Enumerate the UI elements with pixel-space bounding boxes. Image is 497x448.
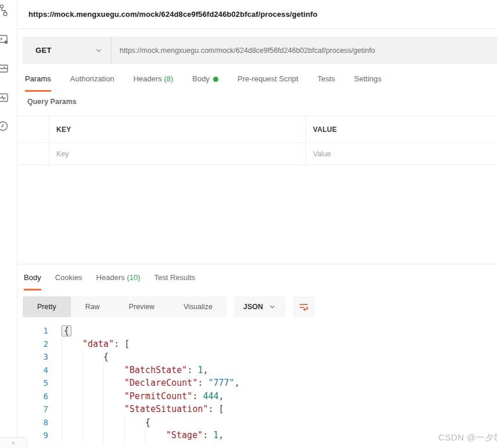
code-token: :	[187, 365, 197, 375]
method-label: GET	[35, 46, 95, 55]
code-token: : [	[114, 339, 129, 349]
request-url-bar: GET https://mock.mengxuegu.com/mock/624d…	[23, 37, 497, 64]
indent-guide	[62, 429, 82, 442]
method-select[interactable]: GET	[23, 37, 111, 64]
table-row	[18, 142, 497, 164]
select-column-header	[18, 116, 49, 142]
indent-guide	[82, 350, 103, 364]
code-line: 2"data": [	[18, 338, 497, 351]
request-title-bar: https://mock.mengxuegu.com/mock/624d8ce9…	[18, 0, 497, 29]
tab-response-cookies[interactable]: Cookies	[55, 273, 82, 291]
request-tabs: Params Authorization Headers (8) Body Pr…	[18, 67, 497, 92]
history-clock-icon[interactable]	[0, 119, 10, 133]
value-column-header: VALUE	[313, 126, 337, 134]
close-icon[interactable]: ×	[11, 439, 16, 447]
response-tabs: Body Cookies Headers (10) Test Results	[18, 267, 497, 291]
code-token: ,	[218, 430, 224, 440]
indent-guide	[62, 338, 82, 351]
code-line: 7"StateSituation": [	[18, 403, 497, 416]
code-token: ,	[203, 365, 208, 375]
line-number: 4	[18, 364, 48, 377]
format-select[interactable]: JSON	[234, 296, 286, 317]
tab-settings[interactable]: Settings	[354, 74, 381, 92]
response-headers-count: (10)	[127, 273, 140, 282]
archive-box-icon[interactable]	[0, 62, 10, 76]
line-number: 2	[18, 338, 48, 351]
indent-guide	[103, 403, 124, 416]
line-number: 1	[18, 324, 48, 338]
line-number: 7	[18, 403, 48, 416]
view-mode-segmented-control: Pretty Raw Preview Visualize	[23, 296, 227, 317]
table-header-row: KEY VALUE	[18, 116, 497, 142]
tab-headers[interactable]: Headers (8)	[134, 74, 174, 92]
indent-guide	[62, 350, 82, 364]
code-token: :	[203, 430, 213, 440]
line-number: 8	[18, 416, 48, 429]
wrap-text-icon	[298, 301, 309, 313]
chevron-down-icon	[268, 303, 276, 311]
query-params-table: KEY VALUE	[18, 116, 497, 165]
wrap-text-button[interactable]	[293, 296, 315, 317]
tab-response-headers[interactable]: Headers (10)	[96, 273, 141, 291]
code-token: "Stage"	[166, 430, 203, 440]
url-input[interactable]: https://mock.mengxuegu.com/mock/624d8ce9…	[111, 46, 497, 55]
param-key-input[interactable]	[56, 150, 293, 158]
response-view-controls: Pretty Raw Preview Visualize JSON	[23, 296, 497, 317]
code-token: ,	[219, 391, 224, 402]
code-line: 8{	[18, 416, 497, 429]
line-number: 3	[18, 350, 48, 364]
code-token: "StateSituation"	[124, 404, 208, 414]
indent-guide	[124, 429, 145, 442]
indent-guide	[62, 390, 82, 403]
tab-body[interactable]: Body	[192, 74, 218, 92]
view-raw-button[interactable]: Raw	[71, 296, 114, 317]
fold-marker[interactable]: {	[62, 325, 71, 336]
tab-tests[interactable]: Tests	[318, 74, 335, 92]
line-number: 6	[18, 390, 48, 403]
code-token: {	[103, 352, 109, 362]
code-line: 4"BatchState": 1,	[18, 364, 497, 377]
indent-guide	[103, 416, 124, 429]
tab-authorization[interactable]: Authorization	[70, 74, 114, 92]
line-number: 5	[18, 377, 48, 390]
indent-guide	[62, 364, 82, 377]
body-filled-dot	[213, 77, 218, 82]
code-token: "BatchState"	[124, 365, 187, 375]
request-title: https://mock.mengxuegu.com/mock/624d8ce9…	[28, 10, 318, 19]
indent-guide	[62, 403, 82, 416]
indent-guide	[82, 390, 103, 403]
tab-test-results[interactable]: Test Results	[154, 273, 196, 291]
indent-guide	[62, 416, 82, 429]
code-line: 9"Stage": 1,	[18, 429, 497, 442]
indent-guide	[103, 364, 124, 377]
indent-guide	[103, 429, 124, 442]
row-select-cell	[18, 143, 49, 164]
code-line: 5"DeclareCount": "777",	[18, 377, 497, 390]
key-column-header: KEY	[56, 126, 71, 134]
response-panel: Body Cookies Headers (10) Test Results P…	[18, 264, 497, 442]
api-console-icon[interactable]	[0, 33, 10, 46]
indent-guide	[103, 390, 124, 403]
code-token: "777"	[208, 378, 235, 388]
code-token: 444	[203, 391, 218, 402]
overlay-dismiss-box: ×	[0, 437, 27, 448]
tab-response-body[interactable]: Body	[24, 273, 41, 291]
code-token: "DeclareCount"	[124, 378, 197, 388]
view-pretty-button[interactable]: Pretty	[23, 296, 71, 317]
code-token: "PermitCount"	[124, 391, 192, 402]
indent-guide	[124, 416, 145, 429]
view-visualize-button[interactable]: Visualize	[169, 296, 227, 317]
code-token: 1	[213, 430, 218, 440]
code-token: ,	[235, 378, 240, 388]
indent-guide	[82, 364, 103, 377]
tab-pre-request-script[interactable]: Pre-request Script	[237, 74, 298, 92]
tab-params[interactable]: Params	[25, 74, 51, 92]
view-preview-button[interactable]: Preview	[114, 296, 169, 317]
param-value-input[interactable]	[313, 150, 488, 158]
left-sidebar	[0, 0, 17, 448]
response-body-code: 1{2"data": [3{4"BatchState": 1,5"Declare…	[18, 324, 497, 442]
monitor-pulse-icon[interactable]	[0, 91, 10, 105]
collections-fork-icon[interactable]	[0, 3, 10, 17]
code-line: 6"PermitCount": 444,	[18, 390, 497, 403]
query-params-label: Query Params	[18, 92, 497, 112]
